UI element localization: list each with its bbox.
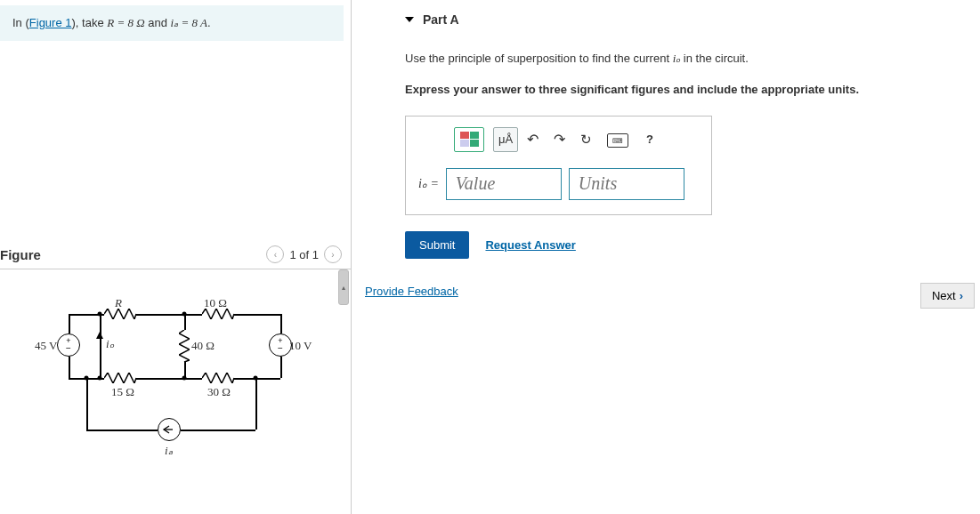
value-input[interactable] <box>446 168 562 200</box>
units-input[interactable] <box>569 168 684 200</box>
ia-value: iₐ = 8 A <box>171 16 207 29</box>
request-answer-link[interactable]: Request Answer <box>485 238 575 252</box>
next-label: Next <box>932 289 956 302</box>
next-button[interactable]: Next › <box>920 283 975 309</box>
label-30ohm: 30 Ω <box>207 385 231 399</box>
R-value: R = 8 Ω <box>107 16 144 29</box>
templates-button[interactable] <box>454 127 484 152</box>
circuit-diagram: +− +− <box>33 287 318 474</box>
svg-text:−: − <box>278 343 283 353</box>
instruction-mid1: ), take <box>72 16 108 29</box>
label-io: iₒ <box>106 337 114 351</box>
part-title: Part A <box>423 12 459 27</box>
figure-prev-button[interactable]: ‹ <box>266 245 284 263</box>
label-10v: 10 V <box>289 339 312 353</box>
label-45v: 45 V <box>35 339 57 353</box>
label-40ohm: 40 Ω <box>191 339 215 353</box>
redo-button[interactable]: ↷ <box>554 131 571 148</box>
equation-label: iₒ = <box>418 176 439 191</box>
provide-feedback-link[interactable]: Provide Feedback <box>365 285 458 298</box>
source-ia <box>158 418 181 441</box>
reset-button[interactable]: ↻ <box>580 132 598 148</box>
label-R: R <box>115 296 122 310</box>
prompt-line-2: Express your answer to three significant… <box>405 81 980 100</box>
instruction-prefix: In ( <box>12 16 29 29</box>
submit-button[interactable]: Submit <box>405 231 469 259</box>
chevron-right-icon: › <box>960 289 963 302</box>
undo-button[interactable]: ↶ <box>527 131 545 148</box>
figure-next-button[interactable]: › <box>324 245 342 263</box>
figure-nav-text: 1 of 1 <box>289 248 319 261</box>
answer-toolbar: μÅ ↶ ↷ ↻ ⌨ ? <box>454 127 699 152</box>
figure-body: ▴ +− <box>0 269 351 496</box>
instruction-and: and <box>145 16 171 29</box>
chevron-down-icon <box>405 17 414 22</box>
prompt-line-1: Use the principle of superposition to fi… <box>405 50 980 68</box>
label-15ohm: 15 Ω <box>111 385 134 399</box>
svg-text:−: − <box>66 343 71 353</box>
help-button[interactable]: ? <box>637 127 662 152</box>
figure-scroll-handle[interactable]: ▴ <box>338 269 349 305</box>
figure-header: Figure ‹ 1 of 1 › <box>0 245 351 269</box>
units-mu-button[interactable]: μÅ <box>493 127 518 152</box>
keyboard-icon: ⌨ <box>607 133 628 148</box>
instruction-box: In (Figure 1), take R = 8 Ω and iₐ = 8 A… <box>0 5 344 41</box>
label-ia: iₐ <box>165 444 173 458</box>
figure-title: Figure <box>0 247 266 262</box>
label-10ohm: 10 Ω <box>204 296 227 310</box>
instruction-period: . <box>207 16 211 29</box>
answer-frame: μÅ ↶ ↷ ↻ ⌨ ? iₒ = <box>405 116 712 215</box>
source-45v: +− <box>57 333 80 357</box>
part-header[interactable]: Part A <box>405 9 980 37</box>
figure-link[interactable]: Figure 1 <box>29 16 72 29</box>
keyboard-button[interactable]: ⌨ <box>607 131 628 149</box>
